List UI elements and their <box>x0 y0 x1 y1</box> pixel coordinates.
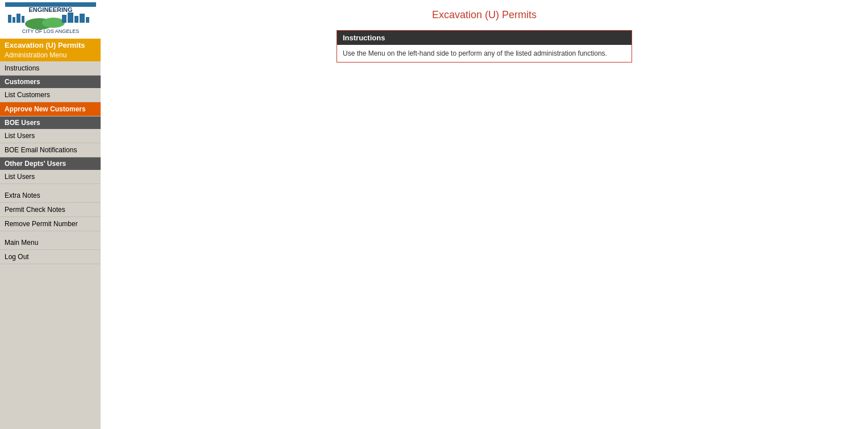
nav-extra-notes[interactable]: Extra Notes <box>0 189 101 203</box>
svg-point-8 <box>42 18 65 28</box>
logo-area: ENGINEERING CITY OF LOS ANGELES <box>0 0 101 39</box>
instructions-header: Instructions <box>337 31 632 45</box>
svg-rect-3 <box>8 15 11 23</box>
page-title: Excavation (U) Permits <box>112 9 857 21</box>
svg-rect-12 <box>80 14 85 23</box>
city-logo: ENGINEERING CITY OF LOS ANGELES <box>5 2 96 36</box>
nav-instructions[interactable]: Instructions <box>0 61 101 76</box>
instructions-body: Use the Menu on the left-hand side to pe… <box>337 45 632 62</box>
svg-rect-4 <box>13 17 15 23</box>
nav-section-other-depts: Other Depts' Users <box>0 157 101 170</box>
nav-permit-check-notes[interactable]: Permit Check Notes <box>0 203 101 217</box>
sidebar: ENGINEERING CITY OF LOS ANGELES Excavati… <box>0 0 101 429</box>
svg-rect-9 <box>62 15 67 23</box>
nav-list-customers[interactable]: List Customers <box>0 88 101 102</box>
svg-rect-10 <box>68 13 73 23</box>
nav-section-customers: Customers <box>0 76 101 88</box>
app-subtitle-text: Administration Menu <box>5 51 67 59</box>
svg-rect-6 <box>22 16 24 23</box>
svg-rect-5 <box>16 14 20 23</box>
instructions-box: Instructions Use the Menu on the left-ha… <box>337 30 632 63</box>
nav-main-menu[interactable]: Main Menu <box>0 236 101 250</box>
nav-list-users-other[interactable]: List Users <box>0 170 101 184</box>
nav-log-out[interactable]: Log Out <box>0 250 101 264</box>
nav-remove-permit-number[interactable]: Remove Permit Number <box>0 217 101 231</box>
nav-section-boe-users: BOE Users <box>0 116 101 129</box>
app-title-text: Excavation (U) Permits <box>5 41 85 49</box>
nav-list-users-boe[interactable]: List Users <box>0 129 101 143</box>
nav-approve-new-customers[interactable]: Approve New Customers <box>0 102 101 116</box>
nav-spacer-1 <box>0 184 101 189</box>
main-content: Excavation (U) Permits Instructions Use … <box>101 0 868 429</box>
svg-rect-11 <box>74 16 78 23</box>
svg-text:CITY OF LOS ANGELES: CITY OF LOS ANGELES <box>22 28 78 34</box>
svg-rect-13 <box>86 17 89 23</box>
svg-text:ENGINEERING: ENGINEERING <box>28 6 72 13</box>
app-title: Excavation (U) Permits Administration Me… <box>0 39 101 61</box>
nav-boe-email-notifications[interactable]: BOE Email Notifications <box>0 143 101 157</box>
nav-spacer-2 <box>0 231 101 236</box>
